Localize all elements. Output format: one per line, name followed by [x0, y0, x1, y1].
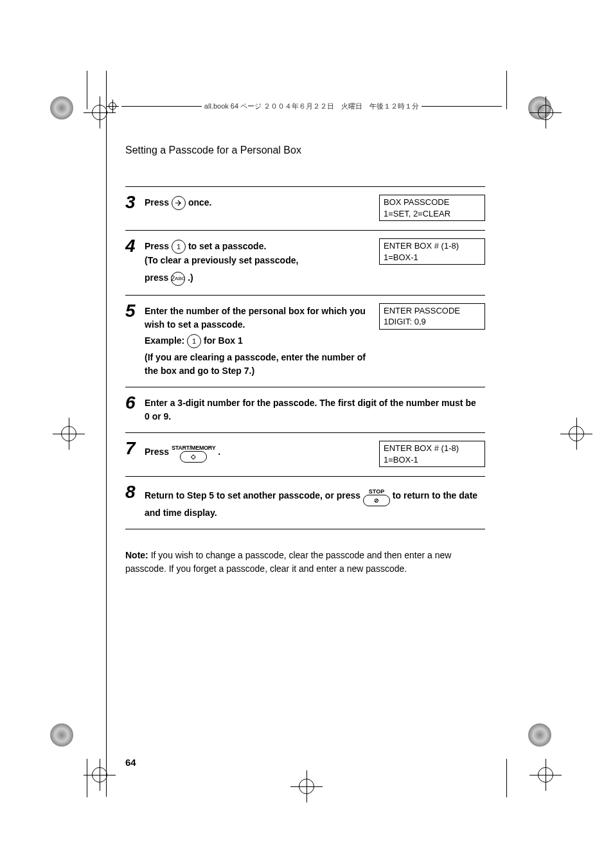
step-6: 6 Enter a 3-digit number for the passcod…: [125, 387, 485, 432]
step-5: 5 Enter the number of the personal box f…: [125, 296, 485, 387]
lcd-display: ENTER BOX # (1-8) 1=BOX-1: [379, 441, 485, 467]
page-number: 64: [125, 757, 136, 768]
text: Example:: [145, 335, 187, 346]
display-line: BOX PASSCODE: [384, 197, 481, 208]
text: Press: [145, 197, 169, 208]
note-label: Note:: [125, 550, 148, 560]
start-memory-key-icon: START/MEMORY ◇: [172, 442, 215, 463]
reg-mark-top-left: [50, 96, 89, 135]
step-7: 7 Press START/MEMORY ◇ . ENTER BOX # (1-…: [125, 433, 485, 476]
display-line: 1DIGIT: 0,9: [384, 316, 481, 328]
stop-key-icon: STOP ⊘: [363, 486, 390, 506]
step-text: Enter a 3-digit number for the passcode.…: [145, 394, 485, 423]
text: .): [188, 272, 193, 283]
step-text: Press START/MEMORY ◇ .: [145, 439, 379, 463]
step-4: 4 Press 1 to set a passcode. (To clear a…: [125, 231, 485, 295]
keypad-1-icon: 1: [187, 334, 201, 348]
text: Return to Step 5 to set another passcode…: [145, 490, 363, 500]
step-number: 8: [125, 483, 145, 501]
text: for Box 1: [204, 335, 243, 346]
lcd-display: BOX PASSCODE 1=SET, 2=CLEAR: [379, 195, 485, 221]
step-8: 8 Return to Step 5 to set another passco…: [125, 477, 485, 529]
note-paragraph: Note: If you wish to change a passcode, …: [125, 549, 485, 576]
text: Press: [145, 447, 172, 457]
text: Press: [145, 241, 172, 251]
display-line: ENTER BOX # (1-8): [384, 240, 481, 252]
display-line: ENTER BOX # (1-8): [384, 443, 481, 454]
header-text: all.book 64 ページ ２００４年６月２２日 火曜日 午後１２時１分: [204, 102, 419, 111]
note-text: If you wish to change a passcode, clear …: [125, 550, 451, 574]
text: once.: [188, 197, 212, 208]
text: to set a passcode.: [188, 241, 266, 251]
page-title: Setting a Passcode for a Personal Box: [125, 145, 301, 156]
crop-line: [87, 759, 87, 797]
keypad-1-icon: 1: [172, 240, 186, 254]
step-number: 6: [125, 394, 145, 412]
step-text: Press once.: [145, 193, 379, 210]
text: .: [218, 447, 220, 457]
crop-line: [87, 71, 87, 109]
display-line: ENTER PASSCODE: [384, 305, 481, 317]
display-line: 1=SET, 2=CLEAR: [384, 208, 481, 220]
display-line: 1=BOX-1: [384, 454, 481, 466]
header-reg-icon: [106, 100, 119, 112]
lcd-display: ENTER BOX # (1-8) 1=BOX-1: [379, 238, 485, 265]
page-frame: all.book 64 ページ ２００４年６月２２日 火曜日 午後１２時１分 S…: [106, 87, 504, 781]
crop-line: [506, 71, 507, 109]
reg-mark-bottom-left: [50, 723, 89, 762]
step-number: 5: [125, 302, 145, 320]
step-3: 3 Press once. BOX PASSCODE 1=SET, 2=CLEA…: [125, 187, 485, 230]
lcd-display: ENTER PASSCODE 1DIGIT: 0,9: [379, 303, 485, 330]
display-line: 1=BOX-1: [384, 252, 481, 263]
text: (If you are clearing a passcode, enter t…: [145, 351, 374, 378]
keypad-2-icon: 2ABC: [171, 272, 185, 286]
right-arrow-key-icon: [172, 196, 186, 210]
text: (To clear a previously set passcode,: [145, 254, 374, 267]
step-number: 4: [125, 237, 145, 255]
reg-mark-bottom-right: [528, 723, 567, 762]
step-number: 3: [125, 193, 145, 211]
step-number: 7: [125, 439, 145, 457]
crop-line: [506, 759, 507, 797]
text: press: [145, 272, 171, 283]
step-text: Press 1 to set a passcode. (To clear a p…: [145, 237, 379, 286]
header-strip: all.book 64 ページ ２００４年６月２２日 火曜日 午後１２時１分: [106, 100, 504, 112]
step-text: Return to Step 5 to set another passcode…: [145, 483, 485, 520]
step-text: Enter the number of the personal box for…: [145, 302, 379, 378]
text: Enter the number of the personal box for…: [145, 305, 374, 332]
content-area: 3 Press once. BOX PASSCODE 1=SET, 2=CLEA…: [125, 186, 485, 576]
